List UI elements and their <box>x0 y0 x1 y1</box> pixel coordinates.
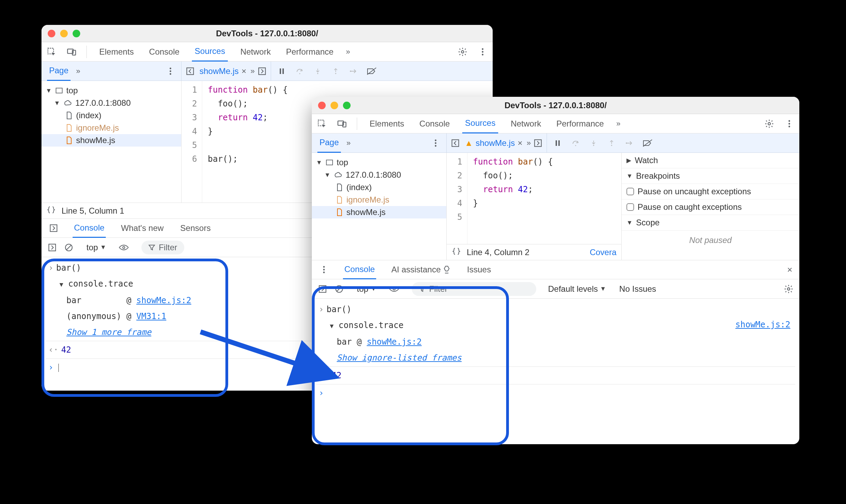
deactivate-breakpoints-icon[interactable] <box>366 66 377 76</box>
pause-uncaught-checkbox[interactable]: Pause on uncaught exceptions <box>622 184 799 199</box>
tree-file-ignoreme[interactable]: ignoreMe.js <box>41 122 181 134</box>
watch-section[interactable]: ▶Watch <box>622 153 799 168</box>
tree-file-ignoreme[interactable]: ignoreMe.js <box>312 194 446 206</box>
tab-network[interactable]: Network <box>238 42 273 62</box>
step-into-icon[interactable] <box>588 138 599 148</box>
step-over-icon[interactable] <box>570 138 581 148</box>
settings-gear-icon[interactable] <box>457 47 468 57</box>
show-more-link[interactable]: Show 1 more frame <box>66 327 151 337</box>
source-link[interactable]: VM31:1 <box>136 311 166 321</box>
console-output[interactable]: ›bar() ▼ console.trace showMe.js:2 bar @… <box>312 299 799 404</box>
more-file-tabs-icon[interactable]: » <box>250 67 254 76</box>
drawer-tab-console[interactable]: Console <box>73 218 106 238</box>
deactivate-breakpoints-icon[interactable] <box>642 138 653 148</box>
tab-performance[interactable]: Performance <box>554 114 606 133</box>
console-filter[interactable]: Filter <box>141 241 184 254</box>
drawer-tab-whatsnew[interactable]: What's new <box>120 218 165 238</box>
pause-icon[interactable] <box>552 138 563 148</box>
tree-file-showme[interactable]: showMe.js <box>41 134 181 147</box>
navigator-more-icon[interactable] <box>165 66 176 76</box>
step-out-icon[interactable] <box>606 138 617 148</box>
issues-count[interactable]: No Issues <box>619 284 656 294</box>
source-link-right[interactable]: showMe.js:2 <box>735 317 790 332</box>
maximize-window-button[interactable] <box>343 102 351 109</box>
context-selector[interactable]: top▼ <box>86 243 106 252</box>
drawer-tab-ai[interactable]: AI assistance <box>390 260 452 279</box>
log-levels-selector[interactable]: Default levels▼ <box>548 284 606 294</box>
coverage-link[interactable]: Covera <box>590 248 616 257</box>
sidebar-toggle-icon[interactable] <box>317 284 328 294</box>
prev-file-icon[interactable] <box>185 66 195 76</box>
close-window-button[interactable] <box>48 30 55 37</box>
clear-console-icon[interactable] <box>334 284 344 294</box>
navigator-more-icon[interactable] <box>430 138 441 148</box>
show-ignore-listed-frames[interactable]: Show ignore-listed frames <box>316 350 795 366</box>
tree-top[interactable]: ▼top <box>41 84 181 97</box>
more-menu-icon[interactable] <box>784 119 794 129</box>
tree-file-index[interactable]: (index) <box>312 181 446 194</box>
show-drawer-icon[interactable] <box>48 223 59 233</box>
tree-host[interactable]: ▼127.0.0.1:8080 <box>312 169 446 181</box>
prev-file-icon[interactable] <box>450 138 461 148</box>
step-into-icon[interactable] <box>313 66 323 76</box>
file-tab-showme[interactable]: ▲ showMe.js × <box>463 138 524 148</box>
checkbox[interactable] <box>626 203 634 211</box>
scope-section[interactable]: ▼Scope <box>622 215 799 231</box>
more-navigator-tabs-icon[interactable]: » <box>76 67 80 76</box>
minimize-window-button[interactable] <box>331 102 338 109</box>
tab-performance[interactable]: Performance <box>283 42 336 62</box>
step-out-icon[interactable] <box>331 66 341 76</box>
show-more-link[interactable]: Show ignore-listed frames <box>337 353 462 363</box>
pause-icon[interactable] <box>277 66 287 76</box>
step-icon[interactable] <box>348 66 359 76</box>
more-file-tabs-icon[interactable]: » <box>527 139 531 148</box>
settings-gear-icon[interactable] <box>764 119 774 129</box>
next-file-icon[interactable] <box>533 138 543 148</box>
console-trace-header[interactable]: ▼ console.trace showMe.js:2 <box>316 317 795 334</box>
file-tab-showme[interactable]: showMe.js × <box>197 66 248 76</box>
device-toolbar-icon[interactable] <box>66 47 77 57</box>
next-file-icon[interactable] <box>257 66 267 76</box>
drawer-tab-issues[interactable]: Issues <box>466 260 492 279</box>
breakpoints-section[interactable]: ▼Breakpoints <box>622 168 799 184</box>
more-tabs-icon[interactable]: » <box>346 47 350 56</box>
pretty-print-icon[interactable] <box>452 247 461 258</box>
live-expression-icon[interactable] <box>389 284 399 294</box>
tab-elements[interactable]: Elements <box>96 42 137 62</box>
inspect-element-icon[interactable] <box>317 119 327 129</box>
maximize-window-button[interactable] <box>73 30 80 37</box>
source-link[interactable]: showMe.js:2 <box>367 337 422 347</box>
inspect-element-icon[interactable] <box>46 47 57 57</box>
tab-sources[interactable]: Sources <box>462 114 498 133</box>
console-prompt[interactable]: › <box>316 385 795 401</box>
tab-console[interactable]: Console <box>417 114 453 133</box>
tree-top[interactable]: ▼top <box>312 156 446 169</box>
tree-file-showme[interactable]: showMe.js <box>312 206 446 218</box>
console-entry[interactable]: ›bar() <box>316 301 795 317</box>
code-editor[interactable]: 1 2 3 4 5 function bar() { foo(); return… <box>447 153 621 244</box>
close-file-icon[interactable]: × <box>241 66 246 76</box>
tab-console[interactable]: Console <box>146 42 182 62</box>
more-tabs-icon[interactable]: » <box>616 119 621 128</box>
tree-host[interactable]: ▼127.0.0.1:8080 <box>41 97 181 109</box>
pretty-print-icon[interactable] <box>46 206 56 216</box>
console-filter[interactable]: Filter <box>412 282 536 296</box>
checkbox[interactable] <box>626 188 634 195</box>
more-navigator-tabs-icon[interactable]: » <box>346 139 351 148</box>
drawer-more-icon[interactable] <box>319 264 329 275</box>
tree-file-index[interactable]: (index) <box>41 109 181 122</box>
tab-sources[interactable]: Sources <box>192 42 228 62</box>
minimize-window-button[interactable] <box>60 30 68 37</box>
clear-console-icon[interactable] <box>64 242 74 253</box>
close-window-button[interactable] <box>318 102 326 109</box>
sidebar-toggle-icon[interactable] <box>47 242 57 253</box>
live-expression-icon[interactable] <box>119 242 129 253</box>
close-file-icon[interactable]: × <box>518 138 522 148</box>
source-link[interactable]: showMe.js:2 <box>136 296 191 305</box>
tab-network[interactable]: Network <box>508 114 544 133</box>
step-icon[interactable] <box>624 138 635 148</box>
more-menu-icon[interactable] <box>477 47 488 57</box>
step-over-icon[interactable] <box>295 66 305 76</box>
console-settings-gear-icon[interactable] <box>783 284 794 294</box>
navigator-page-tab[interactable]: Page <box>317 133 341 153</box>
